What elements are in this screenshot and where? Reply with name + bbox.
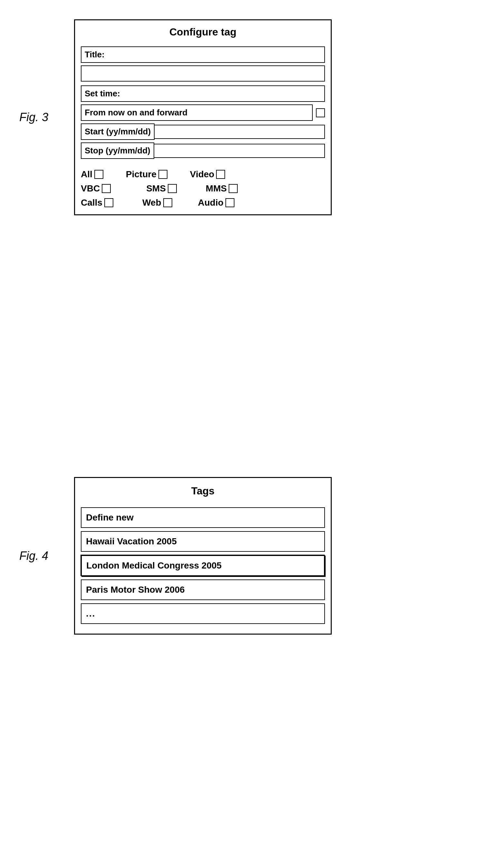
start-label: Start (yy/mm/dd) [81,123,155,140]
tag-define-new[interactable]: Define new [81,507,325,528]
checkbox-vbc-box[interactable] [102,184,111,193]
checkbox-picture-box[interactable] [159,170,167,179]
checkbox-web: Web [142,197,172,208]
checkbox-row-3: Calls Web Audio [81,197,325,208]
title-field-label: Title: [81,47,325,63]
configure-tag-dialog: Configure tag Title: Set time: From now … [74,19,332,215]
stop-input[interactable] [154,144,325,158]
tag-paris[interactable]: Paris Motor Show 2006 [81,579,325,600]
checkbox-picture: Picture [126,169,167,179]
fig4-container: Fig. 4 Tags Define new Hawaii Vacation 2… [74,477,332,634]
checkbox-sms-label: SMS [146,184,166,194]
stop-label: Stop (yy/mm/dd) [81,142,154,159]
tags-dialog: Tags Define new Hawaii Vacation 2005 Lon… [74,477,332,634]
tag-dots[interactable]: ... [81,603,325,624]
from-now-label: From now on and forward [81,104,313,121]
start-row: Start (yy/mm/dd) [81,123,325,140]
tags-title: Tags [75,478,331,504]
title-input[interactable] [81,66,325,82]
checkbox-mms: MMS [206,184,238,194]
checkbox-audio: Audio [198,197,234,208]
from-now-checkbox[interactable] [316,108,325,117]
checkbox-all-box[interactable] [94,170,103,179]
checkbox-all: All [81,169,103,179]
checkbox-row-2: VBC SMS MMS [81,184,325,194]
checkbox-vbc: VBC [81,184,111,194]
checkbox-mms-label: MMS [206,184,227,194]
checkbox-calls: Calls [81,197,113,208]
page-container: Fig. 3 Configure tag Title: Set time: Fr… [0,0,504,856]
configure-tag-title: Configure tag [75,20,331,44]
fig3-label: Fig. 3 [19,110,48,124]
checkbox-audio-label: Audio [198,197,223,208]
checkbox-all-label: All [81,169,92,179]
stop-row: Stop (yy/mm/dd) [81,142,325,159]
checkbox-video: Video [190,169,226,179]
fig3-container: Fig. 3 Configure tag Title: Set time: Fr… [74,19,332,215]
checkbox-mms-box[interactable] [229,184,238,193]
checkbox-video-label: Video [190,169,215,179]
checkbox-row-1: All Picture Video [81,169,325,179]
tag-london[interactable]: London Medical Congress 2005 [81,555,325,576]
checkbox-vbc-label: VBC [81,184,100,194]
checkbox-sms: SMS [146,184,177,194]
fig4-label: Fig. 4 [19,549,48,563]
checkbox-calls-box[interactable] [104,198,113,207]
checkbox-calls-label: Calls [81,197,103,208]
from-now-row: From now on and forward [81,104,325,121]
set-time-label: Set time: [81,85,325,102]
start-input[interactable] [155,125,325,139]
checkbox-video-box[interactable] [216,170,225,179]
checkbox-sms-box[interactable] [168,184,177,193]
checkbox-picture-label: Picture [126,169,157,179]
checkbox-audio-box[interactable] [226,198,234,207]
checkbox-web-box[interactable] [163,198,172,207]
tag-hawaii[interactable]: Hawaii Vacation 2005 [81,531,325,552]
checkbox-web-label: Web [142,197,161,208]
